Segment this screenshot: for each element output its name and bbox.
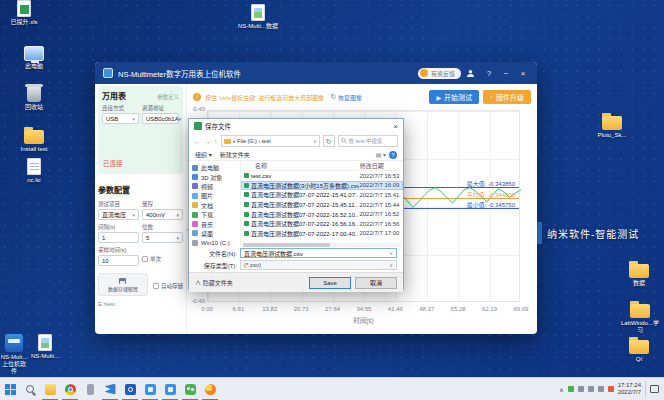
chrome-icon[interactable]: [60, 378, 80, 400]
test-item-select[interactable]: 直流电压▾: [98, 209, 139, 220]
help-icon[interactable]: ?: [483, 69, 495, 78]
file-row[interactable]: 直流电压测试数据07-07-2022-17.00.40... 2022/7/7 …: [241, 229, 403, 239]
forward-icon[interactable]: →: [204, 138, 211, 145]
up-icon[interactable]: ↑: [214, 138, 218, 145]
desktop-icon[interactable]: 数据: [616, 260, 662, 287]
sidebar-item[interactable]: 3D 对象: [189, 172, 240, 181]
cancel-button[interactable]: 取消: [355, 277, 397, 289]
device-icon[interactable]: [80, 378, 100, 400]
reward-badge[interactable]: 有奖反馈: [418, 68, 461, 79]
desktop-icon[interactable]: 回收站: [10, 86, 58, 111]
desktop-icon[interactable]: NS-Mult...上位机软件: [0, 334, 28, 375]
tray-volume-icon[interactable]: [598, 386, 604, 392]
max-annotation: 最大值: -0.343850: [467, 179, 515, 188]
firmware-upgrade-button[interactable]: ↑固件升级: [483, 90, 531, 104]
tray-app-icon[interactable]: [608, 386, 614, 392]
file-row[interactable]: 直流电压测试数据07-07-2022-15.41.07... 2022/7/7 …: [241, 190, 403, 200]
desktop-icon[interactable]: 已提升.xls: [0, 0, 48, 26]
storage-config-button[interactable]: 数据存储配置: [98, 273, 148, 296]
file-rows: test.csv 2022/7/7 16:53 Mic... 直流电压测试数据(…: [241, 171, 403, 238]
app-blue-1-icon[interactable]: [140, 378, 160, 400]
y-tick-label: -0.40: [191, 298, 205, 304]
refresh-icon[interactable]: ↻: [323, 135, 335, 147]
file-row[interactable]: 直流电压测试数据(3小时15万条数据).csv 2022/7/7 16:09 M…: [241, 181, 403, 191]
save-button[interactable]: Save: [309, 277, 351, 289]
file-row[interactable]: 直流电压测试数据07-07-2022-15.45.11... 2022/7/7 …: [241, 200, 403, 210]
sidebar-item-label: Win10 (C:): [201, 240, 230, 246]
desktop-icon[interactable]: NS-Multi...数据: [234, 4, 282, 30]
sidebar-item[interactable]: 视频: [189, 182, 240, 191]
wechat-icon[interactable]: [180, 378, 200, 400]
filename-input[interactable]: 直流电压测试数据.csv∨: [240, 248, 397, 258]
sidebar-item[interactable]: 音乐: [189, 219, 240, 228]
desktop-icon[interactable]: NS-Multi...: [28, 334, 62, 360]
interval-input[interactable]: 1: [98, 232, 139, 243]
x-tick-label: 34.55: [350, 306, 378, 312]
file-row[interactable]: 直流电压测试数据07-07-2022-16.56.16... 2022/7/7 …: [241, 219, 403, 229]
addr-select[interactable]: USB0c0b1A▾: [142, 113, 179, 124]
csv-file-icon: [244, 202, 249, 207]
firefox-icon[interactable]: [200, 378, 220, 400]
view-mode-icon[interactable]: ▤ ▾: [376, 151, 386, 158]
start-icon[interactable]: [0, 378, 20, 400]
desktop-icon-glyph: [24, 46, 44, 61]
restore-image-button[interactable]: ↻ 恢复图像: [330, 93, 362, 102]
sample-time-input[interactable]: 10: [98, 255, 139, 266]
dialog-help-icon[interactable]: ?: [389, 151, 397, 159]
sidebar-item[interactable]: Win10 (C:): [189, 238, 240, 247]
single-checkbox[interactable]: 单次: [142, 255, 183, 263]
tray-expand-icon[interactable]: ∧: [559, 386, 563, 393]
horizontal-scrollbar[interactable]: [243, 243, 401, 247]
desktop-icon[interactable]: 此电脑: [10, 46, 58, 70]
sidebar-item[interactable]: 桌面: [189, 229, 240, 238]
x-tick-label: 27.64: [319, 306, 347, 312]
vscode-icon[interactable]: [100, 378, 120, 400]
taskbar-icon-glyph: [5, 384, 16, 395]
desktop-icon[interactable]: Qt: [616, 336, 662, 363]
start-test-button[interactable]: ▶开始测试: [429, 90, 479, 104]
desktop-icon[interactable]: Install test: [10, 126, 58, 153]
tray-usb-icon[interactable]: [588, 386, 594, 392]
tray-security-icon[interactable]: [568, 386, 574, 392]
file-row[interactable]: 直流电压测试数据07-07-2022-16.52.10... 2022/7/7 …: [241, 209, 403, 219]
info-icon: !: [193, 93, 201, 101]
taskbar-clock[interactable]: 17:17:24 2022/7/7: [618, 382, 641, 396]
file-row[interactable]: test.csv 2022/7/7 16:53 Mic...: [241, 171, 403, 181]
notification-icon[interactable]: [650, 385, 659, 393]
autosave-checkbox[interactable]: 自动存储: [153, 282, 183, 290]
app-blue-2-icon[interactable]: [160, 378, 180, 400]
sample-time-label: 采样时间(s): [98, 246, 139, 254]
search-box[interactable]: 在 test 中搜索: [338, 135, 398, 147]
dialog-close-icon[interactable]: ×: [393, 122, 398, 131]
hide-folders-button[interactable]: ∧ 隐藏文件夹: [195, 278, 233, 287]
range-select[interactable]: 400mV▾: [142, 209, 183, 220]
breadcrumb[interactable]: « File (G:) › test ∨: [221, 135, 320, 147]
column-date[interactable]: 修改日期: [360, 161, 403, 170]
digits-select[interactable]: 5▾: [142, 232, 183, 243]
connection-status[interactable]: 已连接: [103, 158, 123, 168]
close-button[interactable]: ×: [517, 69, 529, 78]
column-name[interactable]: 名称: [241, 161, 360, 170]
back-icon[interactable]: ←: [194, 138, 201, 145]
user-icon[interactable]: [466, 69, 478, 78]
sidebar-item[interactable]: 图片: [189, 191, 240, 200]
sidebar-item[interactable]: 下载: [189, 210, 240, 219]
desktop-icon[interactable]: nc.lic: [10, 158, 58, 184]
desktop-icon[interactable]: Pluto_Sk...: [592, 112, 632, 139]
desktop-icon[interactable]: LabWindo...学习: [620, 300, 660, 334]
file-date: 2022/7/7 16:52: [359, 211, 403, 217]
outlook-icon[interactable]: [120, 378, 140, 400]
new-folder-button[interactable]: 新建文件夹: [220, 150, 250, 159]
file-explorer-icon[interactable]: [40, 378, 60, 400]
sidebar-item[interactable]: 文档: [189, 201, 240, 210]
minimize-button[interactable]: −: [500, 69, 512, 78]
sidebar-item[interactable]: 此电脑: [189, 163, 240, 172]
tray-network-icon[interactable]: [578, 386, 584, 392]
search-icon[interactable]: [20, 378, 40, 400]
organize-menu[interactable]: 组织 ▾: [195, 150, 212, 159]
scrollbar-thumb[interactable]: [243, 243, 330, 247]
savetype-select[interactable]: (*.csv)∨: [240, 260, 397, 270]
param-define-link[interactable]: 参数定义: [157, 93, 179, 101]
conn-select[interactable]: USB▾: [102, 113, 139, 124]
x-tick-label: 62.19: [476, 306, 504, 312]
